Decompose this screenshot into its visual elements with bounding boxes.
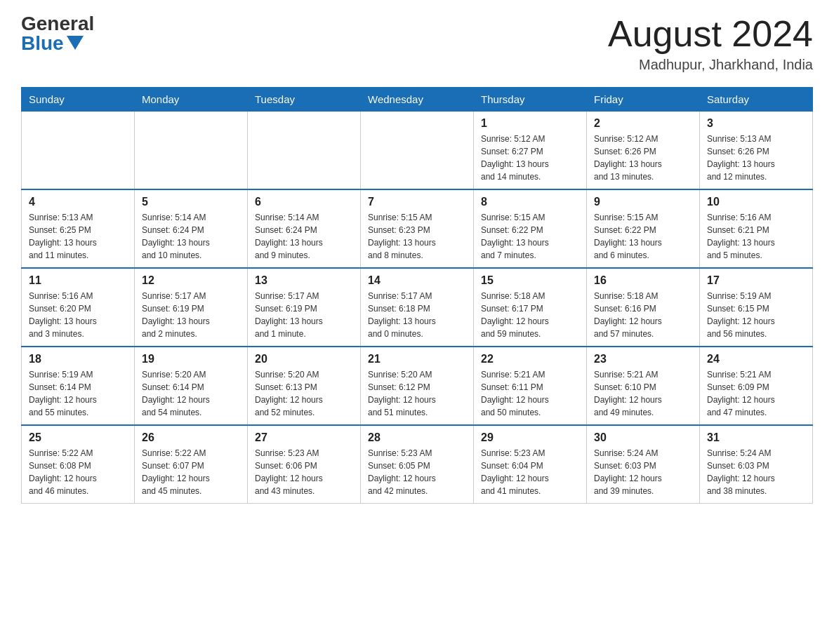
day-info: Sunrise: 5:24 AM Sunset: 6:03 PM Dayligh… bbox=[594, 447, 692, 497]
calendar-week-row: 25Sunrise: 5:22 AM Sunset: 6:08 PM Dayli… bbox=[22, 425, 813, 504]
day-info: Sunrise: 5:18 AM Sunset: 6:16 PM Dayligh… bbox=[594, 290, 692, 340]
page-header: General Blue August 2024 Madhupur, Jhark… bbox=[21, 14, 813, 73]
day-number: 8 bbox=[481, 196, 579, 208]
day-info: Sunrise: 5:16 AM Sunset: 6:21 PM Dayligh… bbox=[707, 211, 805, 262]
calendar-cell: 6Sunrise: 5:14 AM Sunset: 6:24 PM Daylig… bbox=[248, 189, 361, 268]
day-info: Sunrise: 5:20 AM Sunset: 6:13 PM Dayligh… bbox=[255, 368, 353, 419]
calendar-week-row: 11Sunrise: 5:16 AM Sunset: 6:20 PM Dayli… bbox=[22, 268, 813, 347]
calendar-cell: 7Sunrise: 5:15 AM Sunset: 6:23 PM Daylig… bbox=[361, 189, 474, 268]
day-info: Sunrise: 5:21 AM Sunset: 6:10 PM Dayligh… bbox=[594, 368, 692, 419]
day-number: 1 bbox=[481, 117, 579, 130]
day-info: Sunrise: 5:23 AM Sunset: 6:04 PM Dayligh… bbox=[481, 447, 579, 497]
calendar-cell bbox=[22, 112, 135, 190]
day-info: Sunrise: 5:22 AM Sunset: 6:07 PM Dayligh… bbox=[142, 447, 240, 497]
logo-general-text: General bbox=[21, 14, 94, 34]
day-info: Sunrise: 5:15 AM Sunset: 6:22 PM Dayligh… bbox=[481, 211, 579, 262]
day-number: 10 bbox=[707, 196, 805, 208]
calendar-cell: 4Sunrise: 5:13 AM Sunset: 6:25 PM Daylig… bbox=[22, 189, 135, 268]
day-info: Sunrise: 5:20 AM Sunset: 6:14 PM Dayligh… bbox=[142, 368, 240, 419]
day-number: 15 bbox=[481, 274, 579, 287]
logo: General Blue bbox=[21, 14, 94, 53]
day-number: 29 bbox=[481, 431, 579, 444]
day-info: Sunrise: 5:15 AM Sunset: 6:22 PM Dayligh… bbox=[594, 211, 692, 262]
day-of-week-header: Sunday bbox=[22, 88, 135, 112]
title-area: August 2024 Madhupur, Jharkhand, India bbox=[608, 14, 813, 73]
calendar-cell: 3Sunrise: 5:13 AM Sunset: 6:26 PM Daylig… bbox=[700, 112, 813, 190]
location-text: Madhupur, Jharkhand, India bbox=[608, 57, 813, 73]
day-info: Sunrise: 5:13 AM Sunset: 6:26 PM Dayligh… bbox=[707, 133, 805, 183]
calendar-cell: 29Sunrise: 5:23 AM Sunset: 6:04 PM Dayli… bbox=[474, 425, 587, 504]
day-info: Sunrise: 5:18 AM Sunset: 6:17 PM Dayligh… bbox=[481, 290, 579, 340]
day-info: Sunrise: 5:14 AM Sunset: 6:24 PM Dayligh… bbox=[142, 211, 240, 262]
day-number: 18 bbox=[29, 353, 127, 365]
day-info: Sunrise: 5:12 AM Sunset: 6:27 PM Dayligh… bbox=[481, 133, 579, 183]
day-number: 21 bbox=[368, 353, 466, 365]
calendar-cell: 19Sunrise: 5:20 AM Sunset: 6:14 PM Dayli… bbox=[135, 347, 248, 425]
day-of-week-header: Thursday bbox=[474, 88, 587, 112]
calendar-week-row: 18Sunrise: 5:19 AM Sunset: 6:14 PM Dayli… bbox=[22, 347, 813, 425]
calendar-cell: 25Sunrise: 5:22 AM Sunset: 6:08 PM Dayli… bbox=[22, 425, 135, 504]
calendar-cell: 26Sunrise: 5:22 AM Sunset: 6:07 PM Dayli… bbox=[135, 425, 248, 504]
calendar-cell bbox=[135, 112, 248, 190]
calendar-cell: 11Sunrise: 5:16 AM Sunset: 6:20 PM Dayli… bbox=[22, 268, 135, 347]
day-of-week-header: Tuesday bbox=[248, 88, 361, 112]
month-title: August 2024 bbox=[608, 14, 813, 54]
day-number: 19 bbox=[142, 353, 240, 365]
calendar-cell: 18Sunrise: 5:19 AM Sunset: 6:14 PM Dayli… bbox=[22, 347, 135, 425]
day-number: 23 bbox=[594, 353, 692, 365]
calendar-cell: 20Sunrise: 5:20 AM Sunset: 6:13 PM Dayli… bbox=[248, 347, 361, 425]
day-number: 31 bbox=[707, 431, 805, 444]
day-info: Sunrise: 5:17 AM Sunset: 6:19 PM Dayligh… bbox=[255, 290, 353, 340]
day-info: Sunrise: 5:17 AM Sunset: 6:19 PM Dayligh… bbox=[142, 290, 240, 340]
day-number: 7 bbox=[368, 196, 466, 208]
calendar-cell: 12Sunrise: 5:17 AM Sunset: 6:19 PM Dayli… bbox=[135, 268, 248, 347]
day-number: 24 bbox=[707, 353, 805, 365]
day-number: 16 bbox=[594, 274, 692, 287]
calendar-cell: 13Sunrise: 5:17 AM Sunset: 6:19 PM Dayli… bbox=[248, 268, 361, 347]
calendar-cell: 30Sunrise: 5:24 AM Sunset: 6:03 PM Dayli… bbox=[587, 425, 700, 504]
calendar-cell: 17Sunrise: 5:19 AM Sunset: 6:15 PM Dayli… bbox=[700, 268, 813, 347]
day-info: Sunrise: 5:19 AM Sunset: 6:15 PM Dayligh… bbox=[707, 290, 805, 340]
day-number: 6 bbox=[255, 196, 353, 208]
day-info: Sunrise: 5:19 AM Sunset: 6:14 PM Dayligh… bbox=[29, 368, 127, 419]
calendar-cell bbox=[361, 112, 474, 190]
day-info: Sunrise: 5:15 AM Sunset: 6:23 PM Dayligh… bbox=[368, 211, 466, 262]
calendar-table: SundayMondayTuesdayWednesdayThursdayFrid… bbox=[21, 87, 813, 504]
day-number: 17 bbox=[707, 274, 805, 287]
calendar-week-row: 1Sunrise: 5:12 AM Sunset: 6:27 PM Daylig… bbox=[22, 112, 813, 190]
day-info: Sunrise: 5:24 AM Sunset: 6:03 PM Dayligh… bbox=[707, 447, 805, 497]
day-of-week-header: Friday bbox=[587, 88, 700, 112]
day-info: Sunrise: 5:22 AM Sunset: 6:08 PM Dayligh… bbox=[29, 447, 127, 497]
day-info: Sunrise: 5:17 AM Sunset: 6:18 PM Dayligh… bbox=[368, 290, 466, 340]
day-info: Sunrise: 5:12 AM Sunset: 6:26 PM Dayligh… bbox=[594, 133, 692, 183]
calendar-cell: 27Sunrise: 5:23 AM Sunset: 6:06 PM Dayli… bbox=[248, 425, 361, 504]
calendar-cell: 23Sunrise: 5:21 AM Sunset: 6:10 PM Dayli… bbox=[587, 347, 700, 425]
day-number: 11 bbox=[29, 274, 127, 287]
day-number: 28 bbox=[368, 431, 466, 444]
calendar-cell: 8Sunrise: 5:15 AM Sunset: 6:22 PM Daylig… bbox=[474, 189, 587, 268]
day-number: 22 bbox=[481, 353, 579, 365]
calendar-cell: 15Sunrise: 5:18 AM Sunset: 6:17 PM Dayli… bbox=[474, 268, 587, 347]
day-number: 20 bbox=[255, 353, 353, 365]
calendar-cell bbox=[248, 112, 361, 190]
calendar-cell: 22Sunrise: 5:21 AM Sunset: 6:11 PM Dayli… bbox=[474, 347, 587, 425]
calendar-cell: 28Sunrise: 5:23 AM Sunset: 6:05 PM Dayli… bbox=[361, 425, 474, 504]
day-of-week-header: Saturday bbox=[700, 88, 813, 112]
calendar-cell: 16Sunrise: 5:18 AM Sunset: 6:16 PM Dayli… bbox=[587, 268, 700, 347]
day-info: Sunrise: 5:21 AM Sunset: 6:09 PM Dayligh… bbox=[707, 368, 805, 419]
day-number: 9 bbox=[594, 196, 692, 208]
calendar-cell: 10Sunrise: 5:16 AM Sunset: 6:21 PM Dayli… bbox=[700, 189, 813, 268]
day-of-week-header: Wednesday bbox=[361, 88, 474, 112]
calendar-cell: 9Sunrise: 5:15 AM Sunset: 6:22 PM Daylig… bbox=[587, 189, 700, 268]
day-number: 25 bbox=[29, 431, 127, 444]
day-number: 4 bbox=[29, 196, 127, 208]
day-number: 30 bbox=[594, 431, 692, 444]
day-info: Sunrise: 5:23 AM Sunset: 6:06 PM Dayligh… bbox=[255, 447, 353, 497]
day-number: 26 bbox=[142, 431, 240, 444]
calendar-cell: 1Sunrise: 5:12 AM Sunset: 6:27 PM Daylig… bbox=[474, 112, 587, 190]
calendar-cell: 2Sunrise: 5:12 AM Sunset: 6:26 PM Daylig… bbox=[587, 112, 700, 190]
day-info: Sunrise: 5:20 AM Sunset: 6:12 PM Dayligh… bbox=[368, 368, 466, 419]
calendar-cell: 21Sunrise: 5:20 AM Sunset: 6:12 PM Dayli… bbox=[361, 347, 474, 425]
calendar-header-row: SundayMondayTuesdayWednesdayThursdayFrid… bbox=[22, 88, 813, 112]
day-number: 13 bbox=[255, 274, 353, 287]
